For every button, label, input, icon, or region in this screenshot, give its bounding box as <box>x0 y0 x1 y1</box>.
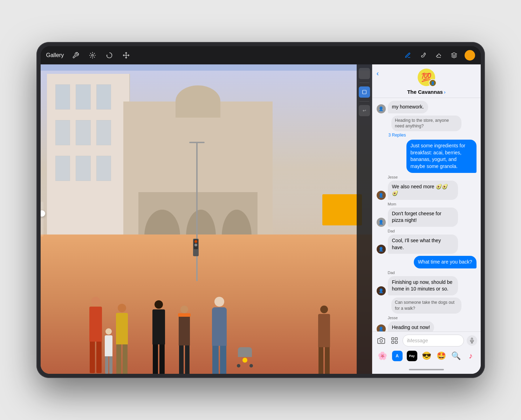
window-1 <box>55 84 70 110</box>
message-row-jesse-1: Jesse 👤 We also need more 🥑🥑🥑 <box>377 175 477 200</box>
person-6-legs <box>210 346 229 374</box>
opacity-slider[interactable] <box>359 68 370 79</box>
brush-tool-icon[interactable] <box>418 50 428 60</box>
person-3-leg-right <box>109 356 112 374</box>
message-row-1: 👤 my homework. <box>377 101 477 113</box>
group-name-row[interactable]: The Cavannas › <box>407 89 446 95</box>
flower-sticker-btn[interactable]: 🌸 <box>377 351 388 361</box>
wrench-icon[interactable] <box>71 50 81 60</box>
jesse-sender-name-2: Jesse <box>388 316 398 320</box>
replies-badge[interactable]: 3 Replies <box>389 133 406 138</box>
music-btn[interactable]: ♪ <box>466 351 476 361</box>
svg-rect-5 <box>395 338 397 340</box>
system-msg-row-2: Can someone take the dogs out for a walk… <box>377 298 477 314</box>
svg-rect-7 <box>391 341 393 343</box>
person-2-body <box>116 313 128 344</box>
person-6-head <box>214 297 224 307</box>
sticker-btn[interactable]: 🤩 <box>436 351 447 361</box>
dad-msg-1-text: Cool, I'll see what they have. <box>392 238 441 250</box>
person-4 <box>150 300 167 374</box>
person-4-leg-right <box>159 344 165 374</box>
square-tool-btn[interactable] <box>359 86 370 98</box>
chevron-left-icon: ‹ <box>377 69 379 77</box>
msg-1-bubble: my homework. <box>388 101 428 113</box>
person-3-leg-left <box>105 356 108 374</box>
ipad-frame: Gallery <box>36 42 485 378</box>
camera-button[interactable] <box>376 335 386 346</box>
procreate-toolbar: Gallery <box>41 46 481 64</box>
person-4-body <box>152 309 165 344</box>
person-6 <box>210 297 229 374</box>
search-btn[interactable]: 🔍 <box>451 351 461 361</box>
message-input-field[interactable]: iMessage <box>403 335 464 346</box>
person-1-leg-left <box>90 342 95 373</box>
audio-button[interactable] <box>467 335 477 346</box>
window-7 <box>55 156 70 181</box>
adjustments-icon[interactable] <box>88 50 97 60</box>
apps-button[interactable] <box>389 335 400 346</box>
dad-msg-2-text: Finishing up now, should be home in 10 m… <box>392 279 453 292</box>
memoji-btn[interactable]: 😎 <box>421 351 432 361</box>
traffic-light-red <box>194 240 197 243</box>
person-1-body <box>89 307 102 342</box>
illustration-background <box>41 64 372 374</box>
msg-outgoing-1-bubble: Just some ingredients for breakfast: aca… <box>406 140 477 173</box>
group-name-chevron-icon: › <box>444 89 446 95</box>
person-5 <box>176 306 192 374</box>
msg-1-with-avatar: 👤 my homework. <box>377 101 428 113</box>
mom-msg-1-text: Don't forget cheese for pizza night! <box>392 211 441 223</box>
toolbar-divider-1 <box>359 83 369 83</box>
back-button[interactable]: ‹ <box>377 69 379 77</box>
pencil-tool-icon[interactable] <box>403 50 413 60</box>
svg-rect-4 <box>391 338 393 340</box>
home-indicator <box>372 365 481 374</box>
mom-msg-with-avatar: 👤 Don't forget cheese for pizza night! <box>377 208 458 227</box>
streetlight-top <box>189 142 205 143</box>
person-1-legs <box>87 342 104 373</box>
toolbar-divider-2 <box>359 101 369 102</box>
message-row-outgoing-2: What time are you back? <box>377 256 477 268</box>
dad-1-msg-with-avatar: 👤 Cool, I'll see what they have. <box>377 234 458 254</box>
illustration-area[interactable]: ↩ <box>41 64 372 374</box>
apple-pay-btn[interactable]: Pay <box>407 351 417 361</box>
dad-avatar-2: 👤 <box>377 286 386 295</box>
svg-point-0 <box>92 55 94 56</box>
procreate-left-tools: Gallery <box>46 50 131 60</box>
person-2-legs <box>114 344 130 374</box>
baby-head <box>242 358 247 363</box>
person-2-leg-right <box>123 344 128 374</box>
selection-icon[interactable] <box>104 50 114 60</box>
person-2 <box>114 304 130 374</box>
messages-input-bar: iMessage 🌸 A <box>372 331 481 365</box>
svg-rect-2 <box>362 90 366 94</box>
traffic-light-green <box>194 244 197 246</box>
msg-outgoing-2-bubble: What time are you back? <box>414 256 477 268</box>
group-avatar-container: 💯 👤 <box>418 69 435 88</box>
app-store-btn[interactable]: A <box>392 351 403 361</box>
procreate-right-tools <box>403 50 475 61</box>
msg-outgoing-2-text: What time are you back? <box>418 259 472 265</box>
person-5-leg-left <box>179 345 184 374</box>
group-name-label: The Cavannas <box>407 89 443 95</box>
person-4-legs <box>150 344 167 374</box>
dad-msg-2-bubble: Finishing up now, should be home in 10 m… <box>388 276 458 295</box>
person-8-head <box>320 306 328 313</box>
brush-size-slider[interactable] <box>41 202 43 237</box>
jesse-msg-1-text: We also need more 🥑🥑🥑 <box>392 184 448 196</box>
eraser-tool-icon[interactable] <box>434 50 444 60</box>
traffic-light-pole <box>193 239 199 256</box>
person-7-stroller <box>236 347 254 368</box>
system-msg-2: Can someone take the dogs out for a walk… <box>391 298 461 314</box>
msg-1-avatar: 👤 <box>377 104 386 113</box>
messages-list[interactable]: 👤 my homework. Heading to the store, any… <box>372 98 481 331</box>
person-5-head <box>180 306 188 313</box>
undo-btn[interactable]: ↩ <box>359 105 370 116</box>
svg-rect-6 <box>395 341 397 343</box>
gallery-button[interactable]: Gallery <box>46 52 64 58</box>
transform-icon[interactable] <box>121 50 131 60</box>
window-5 <box>76 120 90 145</box>
layers-icon[interactable] <box>449 50 459 60</box>
person-5-leg-right <box>185 345 190 374</box>
color-picker[interactable] <box>465 50 475 61</box>
ipad-screen: Gallery <box>41 46 481 374</box>
